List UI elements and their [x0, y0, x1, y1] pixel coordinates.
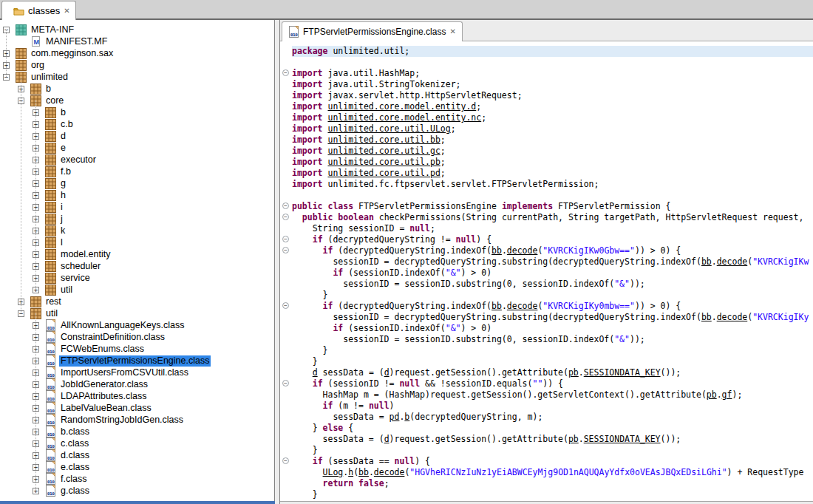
tree-item-unlimited[interactable]: −unlimited	[0, 71, 274, 83]
code-area[interactable]: −−−−−−−− package unlimited.util;import j…	[280, 41, 813, 501]
tree-item-scheduler[interactable]: +scheduler	[0, 260, 274, 272]
gutter-line: −	[280, 378, 292, 389]
code-line: sessionID = decryptedQueryString.substri…	[292, 256, 813, 268]
gutter-line	[280, 157, 292, 168]
tree-item-ImportUsersFromCSVUtil.class[interactable]: +010ImportUsersFromCSVUtil.class	[0, 367, 274, 378]
tree-item-label: ImportUsersFromCSVUtil.class	[59, 367, 190, 378]
tree-item-d.class[interactable]: +010d.class	[0, 449, 274, 461]
tree-item-g[interactable]: +g	[0, 177, 274, 189]
tree-item-org[interactable]: +org	[0, 59, 274, 71]
tree-item-label: b.class	[59, 426, 91, 437]
tree-item-JobIdGenerator.class[interactable]: +010JobIdGenerator.class	[0, 378, 274, 390]
tree-item-label: unlimited	[30, 72, 69, 83]
fold-collapse-icon[interactable]: −	[282, 236, 289, 242]
classes-tab[interactable]: classes ✕	[1, 1, 76, 20]
tree-item-core[interactable]: −core	[0, 95, 274, 106]
tree-item-l[interactable]: +l	[0, 236, 274, 248]
tree-item-f.b[interactable]: +f.b	[0, 166, 274, 177]
close-icon[interactable]: ✕	[449, 28, 455, 35]
gutter-line: −	[280, 68, 292, 79]
tree-item-k[interactable]: +k	[0, 225, 274, 236]
code-line: return false;	[292, 478, 813, 489]
tree-item-RandomStringJobIdGen.class[interactable]: +010RandomStringJobIdGen.class	[0, 414, 274, 426]
fold-collapse-icon[interactable]: −	[282, 202, 289, 209]
decompiled-source[interactable]: package unlimited.util;import java.util.…	[292, 41, 813, 501]
class-icon: 010	[45, 355, 56, 367]
tree-item-c.b[interactable]: +c.b	[0, 118, 274, 130]
editor-tab[interactable]: 010 FTPServletPermissionsEngine.class ✕	[282, 21, 463, 41]
tree-item-b[interactable]: +b	[0, 106, 274, 118]
code-line: public class FTPServletPermissionsEngine…	[292, 201, 813, 212]
fold-collapse-icon[interactable]: −	[282, 247, 289, 253]
editor-bottom-strip	[280, 501, 813, 504]
close-icon[interactable]: ✕	[64, 7, 69, 15]
tree-item-LDAPAttributes.class[interactable]: +010LDAPAttributes.class	[0, 390, 274, 402]
tree-item-model.entity[interactable]: +model.entity	[0, 248, 274, 260]
tree-item-h[interactable]: +h	[0, 189, 274, 201]
gutter-line	[280, 367, 292, 378]
tree-item-rest[interactable]: +rest	[0, 296, 274, 307]
tree-item-META-INF[interactable]: −META-INF	[0, 24, 274, 35]
code-line: }	[292, 489, 813, 500]
code-line: String sessionID = null;	[292, 223, 813, 234]
tree-item-b[interactable]: +b	[0, 83, 274, 95]
package-explorer-panel[interactable]: −META-INFMMANIFEST.MF+com.megginson.sax+…	[0, 20, 275, 501]
package-icon	[45, 118, 56, 130]
tree-item-MANIFEST.MF[interactable]: MMANIFEST.MF	[0, 35, 274, 47]
tree-item-util[interactable]: +util	[0, 284, 274, 296]
fold-collapse-icon[interactable]: −	[282, 380, 289, 386]
tree-guide-line	[6, 30, 7, 77]
tree-item-ConstraintDefinition.class[interactable]: +010ConstraintDefinition.class	[0, 331, 274, 343]
fold-collapse-icon[interactable]: −	[282, 302, 289, 309]
svg-text:010: 010	[47, 480, 55, 484]
tree-item-label: LDAPAttributes.class	[59, 391, 148, 402]
svg-text:010: 010	[47, 444, 55, 449]
tree-item-executor[interactable]: +executor	[0, 154, 274, 166]
tree-item-label: executor	[59, 154, 98, 166]
gutter-line	[280, 146, 292, 157]
code-line	[292, 57, 813, 68]
tree-item-f.class[interactable]: +010f.class	[0, 473, 274, 485]
tree-item-FCWebEnums.class[interactable]: +010FCWebEnums.class	[0, 343, 274, 355]
tree-item-label: META-INF	[30, 24, 75, 35]
tree-item-g.class[interactable]: +010g.class	[0, 485, 274, 497]
code-line: import java.util.StringTokenizer;	[292, 79, 813, 90]
svg-text:010: 010	[47, 326, 55, 330]
tree-item-label: b	[59, 107, 67, 118]
gutter-line	[280, 279, 292, 290]
tree-item-d[interactable]: +d	[0, 130, 274, 142]
tree-item-util[interactable]: −util	[0, 307, 274, 319]
tree-item-com.megginson.sax[interactable]: +com.megginson.sax	[0, 47, 274, 59]
tree-item-i[interactable]: +i	[0, 201, 274, 213]
tree-item-e[interactable]: +e	[0, 142, 274, 154]
gutter-line	[280, 90, 292, 101]
fold-collapse-icon[interactable]: −	[282, 457, 289, 464]
fold-collapse-icon[interactable]: −	[282, 214, 289, 220]
tree-item-c.class[interactable]: +010c.class	[0, 437, 274, 449]
package-icon	[30, 83, 41, 95]
tree-item-label: g.class	[59, 486, 91, 497]
svg-text:010: 010	[47, 373, 55, 378]
tree-item-AllKnownLanguageKeys.class[interactable]: +010AllKnownLanguageKeys.class	[0, 319, 274, 331]
tree-item-j[interactable]: +j	[0, 213, 274, 225]
gutter-line	[280, 412, 292, 423]
tree-item-FTPServletPermissionsEngine.class[interactable]: +010FTPServletPermissionsEngine.class	[0, 355, 274, 367]
gutter-line	[280, 389, 292, 401]
tree-item-b.class[interactable]: +010b.class	[0, 426, 274, 437]
tree-item-label: l	[59, 237, 64, 248]
package-icon	[45, 106, 56, 118]
tree-item-e.class[interactable]: +010e.class	[0, 461, 274, 473]
tree-item-LabelValueBean.class[interactable]: +010LabelValueBean.class	[0, 402, 274, 414]
gutter-line	[280, 268, 292, 279]
class-icon: 010	[45, 319, 56, 331]
fold-collapse-icon[interactable]: −	[282, 69, 289, 76]
class-tree[interactable]: −META-INFMMANIFEST.MF+com.megginson.sax+…	[0, 20, 274, 497]
class-icon: 010	[45, 449, 56, 461]
code-line: package unlimited.util;	[292, 46, 813, 57]
tree-item-label: MANIFEST.MF	[44, 36, 109, 47]
gutter-line	[280, 467, 292, 478]
svg-text:010: 010	[47, 432, 55, 437]
gutter-line	[280, 46, 292, 57]
tree-item-service[interactable]: +service	[0, 272, 274, 284]
gutter-line	[280, 489, 292, 500]
